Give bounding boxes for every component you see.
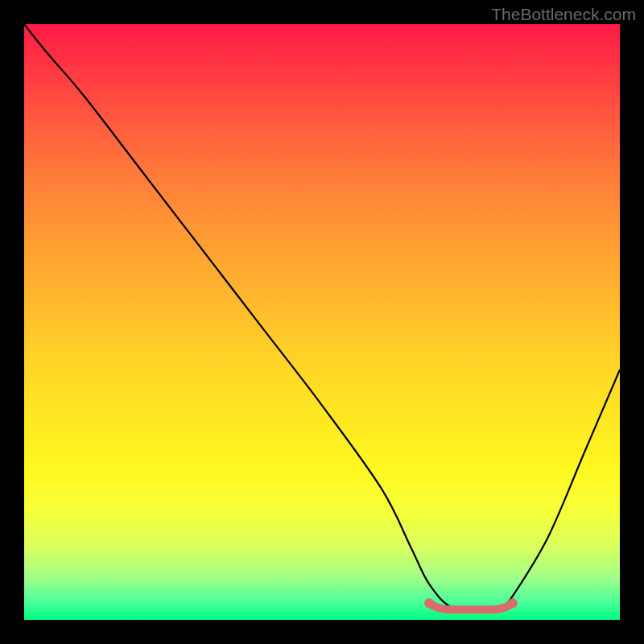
flat-region-highlight <box>429 603 513 609</box>
flat-region-start-dot <box>424 598 434 608</box>
flat-region-end-dot <box>508 598 518 608</box>
bottleneck-curve <box>24 24 620 609</box>
plot-area <box>24 24 620 620</box>
chart-container: TheBottleneck.com <box>0 0 644 644</box>
watermark-text: TheBottleneck.com <box>491 5 636 24</box>
curve-svg <box>24 24 620 620</box>
